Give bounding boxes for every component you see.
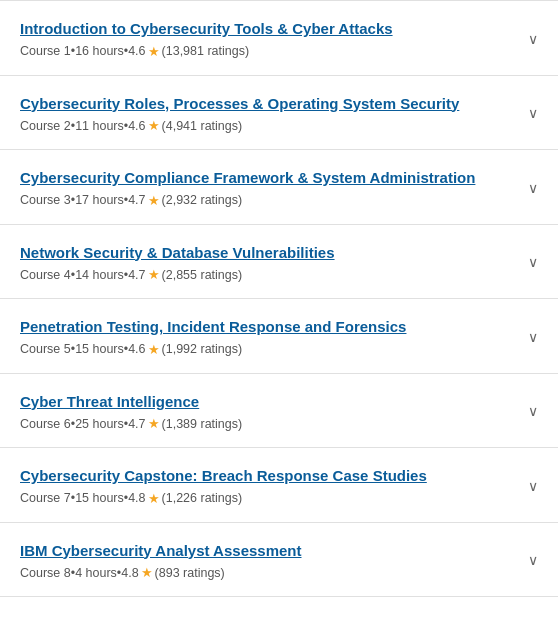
ratings-count-1: (13,981 ratings) — [162, 44, 250, 58]
course-title-3[interactable]: Cybersecurity Compliance Framework & Sys… — [20, 168, 516, 188]
course-number-3: Course 3 — [20, 193, 71, 207]
course-content-3: Cybersecurity Compliance Framework & Sys… — [20, 168, 516, 208]
course-item-8[interactable]: IBM Cybersecurity Analyst AssessmentCour… — [0, 523, 558, 598]
course-content-1: Introduction to Cybersecurity Tools & Cy… — [20, 19, 516, 59]
ratings-count-5: (1,992 ratings) — [162, 342, 243, 356]
course-hours-7: 15 hours — [75, 491, 124, 505]
ratings-count-3: (2,932 ratings) — [162, 193, 243, 207]
course-title-4[interactable]: Network Security & Database Vulnerabilit… — [20, 243, 516, 263]
chevron-down-icon-4[interactable]: ∨ — [528, 254, 538, 270]
course-item-5[interactable]: Penetration Testing, Incident Response a… — [0, 299, 558, 374]
course-hours-3: 17 hours — [75, 193, 124, 207]
course-hours-6: 25 hours — [75, 417, 124, 431]
course-content-7: Cybersecurity Capstone: Breach Response … — [20, 466, 516, 506]
course-rating-4: 4.7 — [128, 268, 145, 282]
course-hours-4: 14 hours — [75, 268, 124, 282]
star-icon-3: ★ — [148, 193, 160, 208]
course-meta-4: Course 4 • 14 hours • 4.7★ (2,855 rating… — [20, 267, 516, 282]
course-rating-2: 4.6 — [128, 119, 145, 133]
course-meta-8: Course 8 • 4 hours • 4.8★ (893 ratings) — [20, 565, 516, 580]
course-title-7[interactable]: Cybersecurity Capstone: Breach Response … — [20, 466, 516, 486]
ratings-count-4: (2,855 ratings) — [162, 268, 243, 282]
course-number-6: Course 6 — [20, 417, 71, 431]
course-rating-7: 4.8 — [128, 491, 145, 505]
course-meta-1: Course 1 • 16 hours • 4.6★ (13,981 ratin… — [20, 44, 516, 59]
chevron-down-icon-7[interactable]: ∨ — [528, 478, 538, 494]
course-meta-6: Course 6 • 25 hours • 4.7★ (1,389 rating… — [20, 416, 516, 431]
course-rating-6: 4.7 — [128, 417, 145, 431]
course-hours-8: 4 hours — [75, 566, 117, 580]
course-number-8: Course 8 — [20, 566, 71, 580]
course-number-2: Course 2 — [20, 119, 71, 133]
course-hours-5: 15 hours — [75, 342, 124, 356]
course-rating-1: 4.6 — [128, 44, 145, 58]
chevron-down-icon-1[interactable]: ∨ — [528, 31, 538, 47]
star-icon-6: ★ — [148, 416, 160, 431]
course-number-4: Course 4 — [20, 268, 71, 282]
course-hours-2: 11 hours — [75, 119, 124, 133]
course-number-5: Course 5 — [20, 342, 71, 356]
course-meta-2: Course 2 • 11 hours • 4.6★ (4,941 rating… — [20, 118, 516, 133]
chevron-down-icon-6[interactable]: ∨ — [528, 403, 538, 419]
course-title-6[interactable]: Cyber Threat Intelligence — [20, 392, 516, 412]
course-number-1: Course 1 — [20, 44, 71, 58]
course-title-1[interactable]: Introduction to Cybersecurity Tools & Cy… — [20, 19, 516, 39]
star-icon-8: ★ — [141, 565, 153, 580]
course-meta-7: Course 7 • 15 hours • 4.8★ (1,226 rating… — [20, 491, 516, 506]
star-icon-4: ★ — [148, 267, 160, 282]
star-icon-1: ★ — [148, 44, 160, 59]
course-rating-8: 4.8 — [121, 566, 138, 580]
course-item-3[interactable]: Cybersecurity Compliance Framework & Sys… — [0, 150, 558, 225]
course-title-2[interactable]: Cybersecurity Roles, Processes & Operati… — [20, 94, 516, 114]
course-item-6[interactable]: Cyber Threat IntelligenceCourse 6 • 25 h… — [0, 374, 558, 449]
course-content-4: Network Security & Database Vulnerabilit… — [20, 243, 516, 283]
course-rating-5: 4.6 — [128, 342, 145, 356]
chevron-down-icon-2[interactable]: ∨ — [528, 105, 538, 121]
ratings-count-2: (4,941 ratings) — [162, 119, 243, 133]
course-list: Introduction to Cybersecurity Tools & Cy… — [0, 0, 558, 597]
course-meta-5: Course 5 • 15 hours • 4.6★ (1,992 rating… — [20, 342, 516, 357]
course-title-5[interactable]: Penetration Testing, Incident Response a… — [20, 317, 516, 337]
ratings-count-7: (1,226 ratings) — [162, 491, 243, 505]
star-icon-2: ★ — [148, 118, 160, 133]
course-content-5: Penetration Testing, Incident Response a… — [20, 317, 516, 357]
course-hours-1: 16 hours — [75, 44, 124, 58]
course-title-8[interactable]: IBM Cybersecurity Analyst Assessment — [20, 541, 516, 561]
course-content-6: Cyber Threat IntelligenceCourse 6 • 25 h… — [20, 392, 516, 432]
chevron-down-icon-8[interactable]: ∨ — [528, 552, 538, 568]
chevron-down-icon-5[interactable]: ∨ — [528, 329, 538, 345]
course-rating-3: 4.7 — [128, 193, 145, 207]
course-item-2[interactable]: Cybersecurity Roles, Processes & Operati… — [0, 76, 558, 151]
course-content-2: Cybersecurity Roles, Processes & Operati… — [20, 94, 516, 134]
chevron-down-icon-3[interactable]: ∨ — [528, 180, 538, 196]
star-icon-5: ★ — [148, 342, 160, 357]
course-item-4[interactable]: Network Security & Database Vulnerabilit… — [0, 225, 558, 300]
star-icon-7: ★ — [148, 491, 160, 506]
course-item-7[interactable]: Cybersecurity Capstone: Breach Response … — [0, 448, 558, 523]
course-content-8: IBM Cybersecurity Analyst AssessmentCour… — [20, 541, 516, 581]
ratings-count-6: (1,389 ratings) — [162, 417, 243, 431]
course-number-7: Course 7 — [20, 491, 71, 505]
ratings-count-8: (893 ratings) — [155, 566, 225, 580]
course-item-1[interactable]: Introduction to Cybersecurity Tools & Cy… — [0, 0, 558, 76]
course-meta-3: Course 3 • 17 hours • 4.7★ (2,932 rating… — [20, 193, 516, 208]
